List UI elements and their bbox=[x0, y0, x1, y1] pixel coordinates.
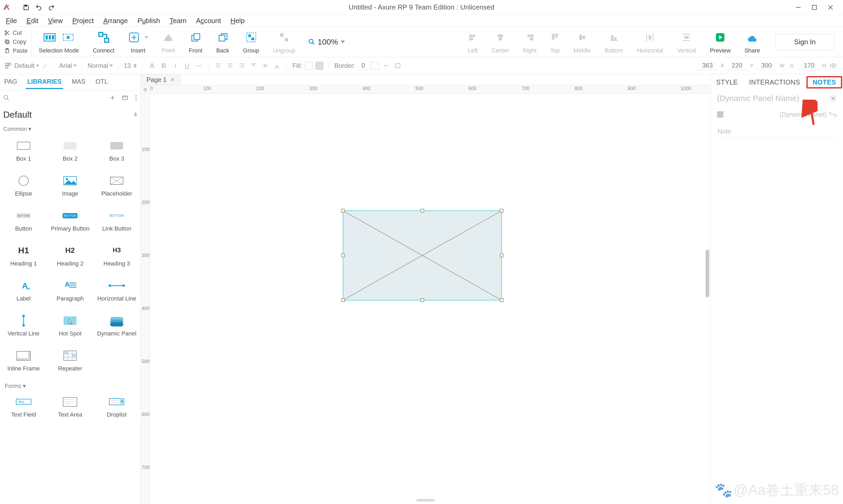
library-item[interactable]: Vertical Line bbox=[2, 310, 46, 342]
add-library-icon[interactable]: + bbox=[110, 93, 115, 102]
share-button[interactable]: Share bbox=[737, 27, 767, 57]
library-item[interactable]: H3Heading 3 bbox=[95, 240, 139, 272]
rtab-notes[interactable]: NOTES bbox=[806, 76, 842, 89]
connect-button[interactable]: Connect bbox=[86, 27, 121, 57]
canvas-stage[interactable] bbox=[150, 94, 710, 504]
selected-placeholder-widget[interactable] bbox=[343, 211, 502, 301]
close-tab-icon[interactable]: ✕ bbox=[170, 76, 175, 83]
undo-icon[interactable] bbox=[34, 2, 44, 13]
widget-name-input[interactable]: (Dynamic Panel Name) bbox=[717, 94, 799, 103]
menu-publish[interactable]: Publish bbox=[134, 16, 164, 26]
library-item[interactable]: Dynamic Panel bbox=[95, 310, 139, 342]
fill-color-chip[interactable] bbox=[305, 62, 313, 70]
sign-in-button[interactable]: Sign In bbox=[775, 34, 835, 50]
valign-top-icon[interactable] bbox=[249, 61, 258, 70]
point-button[interactable]: Point bbox=[155, 27, 182, 57]
tab-pages[interactable]: PAG bbox=[3, 75, 19, 89]
library-item[interactable]: Box 2 bbox=[48, 135, 92, 167]
library-name-select[interactable]: Default bbox=[0, 105, 140, 124]
library-item[interactable]: Droplist bbox=[95, 391, 139, 424]
canvas-scrollbar[interactable] bbox=[706, 112, 709, 493]
library-item[interactable]: Hot Spot bbox=[48, 310, 92, 342]
align-left-icon[interactable] bbox=[214, 61, 223, 70]
font-size-stepper[interactable] bbox=[134, 64, 137, 68]
font-select[interactable]: Arial bbox=[59, 62, 77, 69]
library-item[interactable]: H1Heading 1 bbox=[2, 240, 46, 272]
border-style-icon[interactable] bbox=[382, 61, 391, 70]
library-item[interactable]: ALabel bbox=[2, 275, 46, 307]
font-size-input[interactable]: 13 bbox=[124, 62, 131, 69]
ruler-origin-icon[interactable]: ⊕ bbox=[141, 85, 150, 94]
link-icon[interactable] bbox=[829, 112, 837, 117]
align-bottom-button[interactable]: Bottom bbox=[598, 27, 630, 57]
library-item[interactable]: BUTTONPrimary Button bbox=[48, 205, 92, 237]
italic-icon[interactable]: I bbox=[171, 61, 180, 70]
align-right-button[interactable]: Right bbox=[516, 27, 543, 57]
library-item[interactable]: H2Heading 2 bbox=[48, 240, 92, 272]
align-center-icon[interactable] bbox=[226, 61, 235, 70]
menu-team[interactable]: Team bbox=[166, 16, 190, 26]
paste-button[interactable]: Paste bbox=[3, 47, 29, 55]
window-minimize-icon[interactable] bbox=[795, 4, 801, 10]
library-item[interactable]: Placeholder bbox=[95, 170, 139, 202]
x-input[interactable] bbox=[697, 61, 718, 70]
note-input[interactable]: Note bbox=[717, 126, 837, 138]
window-maximize-icon[interactable] bbox=[812, 5, 817, 10]
align-center-button[interactable]: Center bbox=[485, 27, 516, 57]
h-input[interactable] bbox=[799, 61, 820, 70]
back-button[interactable]: Back bbox=[209, 27, 236, 57]
front-button[interactable]: Front bbox=[182, 27, 209, 57]
align-right-icon[interactable] bbox=[237, 61, 246, 70]
border-side-icon[interactable] bbox=[393, 61, 402, 70]
menu-project[interactable]: Project bbox=[69, 16, 98, 26]
horizontal-ruler[interactable]: 010020030040050060070080090010001100 bbox=[150, 85, 710, 94]
window-close-icon[interactable] bbox=[828, 4, 833, 10]
tab-libraries[interactable]: LIBRARIES bbox=[26, 75, 63, 89]
selection-mode-group[interactable]: Selection Mode bbox=[32, 27, 86, 57]
menu-edit[interactable]: Edit bbox=[23, 16, 42, 26]
library-item[interactable]: Horizontal Line bbox=[95, 275, 139, 307]
tab-masters[interactable]: MAS bbox=[70, 75, 87, 89]
redo-icon[interactable] bbox=[47, 2, 56, 13]
style-select[interactable]: Default bbox=[14, 62, 39, 69]
visibility-icon[interactable] bbox=[829, 61, 838, 70]
menu-arrange[interactable]: Arrange bbox=[100, 16, 132, 26]
eyedropper-icon[interactable] bbox=[41, 61, 50, 70]
gear-icon[interactable] bbox=[830, 95, 837, 102]
library-item[interactable]: Ellipse bbox=[2, 170, 46, 202]
cut-button[interactable]: Cut bbox=[3, 29, 29, 37]
border-width-input[interactable] bbox=[358, 61, 368, 70]
ungroup-button[interactable]: Ungroup bbox=[266, 27, 302, 57]
lock-aspect-icon[interactable] bbox=[787, 61, 796, 70]
border-color-chip[interactable] bbox=[371, 62, 379, 70]
library-item[interactable]: Text Area bbox=[48, 391, 92, 424]
preview-button[interactable]: Preview bbox=[703, 27, 737, 57]
bold-icon[interactable]: B bbox=[159, 61, 168, 70]
library-item[interactable]: BUTTONButton bbox=[2, 205, 46, 237]
vertical-ruler[interactable]: 100200300400500600700 bbox=[141, 94, 150, 504]
library-item[interactable]: Box 1 bbox=[2, 135, 46, 167]
insert-button[interactable]: Insert bbox=[121, 27, 155, 57]
font-weight-select[interactable]: Normal bbox=[88, 62, 113, 69]
fill-image-chip[interactable] bbox=[315, 62, 323, 70]
style-manager-icon[interactable] bbox=[4, 61, 13, 70]
align-middle-button[interactable]: Middle bbox=[567, 27, 598, 57]
library-item[interactable]: AParagraph bbox=[48, 275, 92, 307]
library-item[interactable]: Inline Frame bbox=[2, 345, 46, 377]
tab-outline[interactable]: OTL bbox=[94, 75, 109, 89]
library-item[interactable]: Image bbox=[48, 170, 92, 202]
zoom-control[interactable]: 100% bbox=[303, 27, 351, 57]
menu-account[interactable]: Account bbox=[192, 16, 225, 26]
page-tab[interactable]: Page 1 ✕ bbox=[141, 74, 181, 85]
library-item[interactable]: Box 3 bbox=[95, 135, 139, 167]
text-more-icon[interactable] bbox=[194, 61, 203, 70]
rtab-style[interactable]: STYLE bbox=[711, 76, 743, 88]
copy-button[interactable]: Copy bbox=[3, 38, 29, 46]
search-icon[interactable] bbox=[3, 95, 10, 101]
lib-section-forms[interactable]: Forms ▾ bbox=[2, 377, 139, 391]
w-input[interactable] bbox=[756, 61, 777, 70]
more-options-icon[interactable] bbox=[135, 95, 137, 101]
underline-icon[interactable]: U bbox=[183, 61, 191, 70]
library-options-icon[interactable] bbox=[122, 95, 128, 101]
library-item[interactable]: Repeater bbox=[48, 345, 92, 377]
